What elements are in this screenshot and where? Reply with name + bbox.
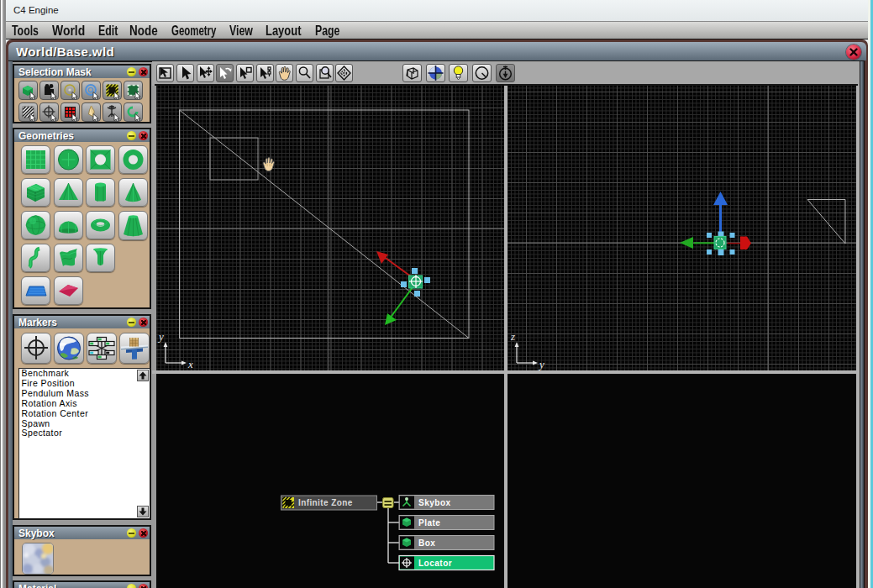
svg-text:Box: Box (418, 538, 435, 548)
svg-text:z: z (510, 330, 515, 343)
svg-text:y: y (157, 330, 164, 343)
svg-text:Skybox: Skybox (418, 498, 451, 507)
svg-text:y: y (538, 358, 544, 370)
svg-text:Locator: Locator (418, 559, 452, 568)
svg-text:x: x (187, 358, 193, 370)
svg-text:Plate: Plate (418, 518, 440, 528)
svg-text:Infinite Zone: Infinite Zone (298, 498, 353, 507)
